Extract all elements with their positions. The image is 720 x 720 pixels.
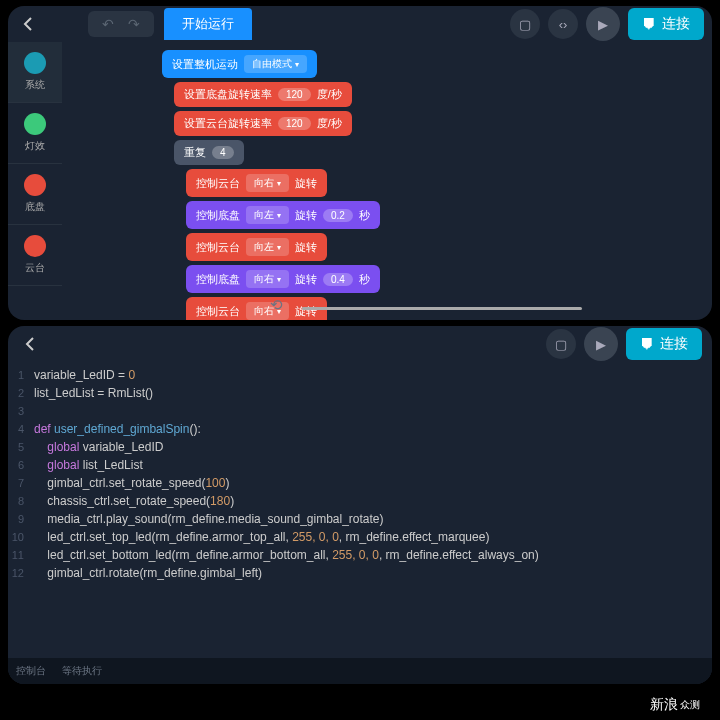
undo-icon[interactable]: ↶ xyxy=(102,16,114,32)
start-run-button[interactable]: 开始运行 xyxy=(164,8,252,40)
screen-icon-code[interactable]: ▢ xyxy=(546,329,576,359)
horizontal-scrollbar[interactable] xyxy=(302,307,582,310)
category-sidebar: 系统 灯效 底盘 云台 xyxy=(8,42,62,320)
code-area[interactable]: 1variable_LedID = 02list_LedList = RmLis… xyxy=(8,362,712,658)
robot-icon: ⛊ xyxy=(642,16,656,32)
mode-dropdown[interactable]: 自由模式 xyxy=(244,55,307,73)
block-chassis-right-04[interactable]: 控制底盘向右旋转0.4秒 xyxy=(186,265,380,293)
top-toolbar: ↶ ↷ 开始运行 ▢ ‹› ▶ ⛊连接 xyxy=(8,6,712,42)
redo-icon[interactable]: ↷ xyxy=(128,16,140,32)
connect-button-code[interactable]: ⛊连接 xyxy=(626,328,702,360)
sidebar-item-chassis[interactable]: 底盘 xyxy=(8,164,62,225)
undo-redo-group: ↶ ↷ xyxy=(88,11,154,37)
chassis-icon xyxy=(24,174,46,196)
loop-icon: ⟲ xyxy=(270,296,283,314)
block-chassis-speed[interactable]: 设置底盘旋转速率120度/秒 xyxy=(174,82,352,107)
block-repeat[interactable]: 重复4 xyxy=(174,140,244,165)
code-view-icon[interactable]: ‹› xyxy=(548,9,578,39)
blocks-editor-panel: ↶ ↷ 开始运行 ▢ ‹› ▶ ⛊连接 系统 灯效 底盘 云台 设置整机运动自由… xyxy=(8,6,712,320)
system-icon xyxy=(24,52,46,74)
block-gimbal-right[interactable]: 控制云台向右旋转 xyxy=(186,169,327,197)
block-gimbal-speed[interactable]: 设置云台旋转速率120度/秒 xyxy=(174,111,352,136)
sidebar-item-gimbal[interactable]: 云台 xyxy=(8,225,62,286)
watermark: 新浪众测 xyxy=(650,696,700,714)
block-set-robot-mode[interactable]: 设置整机运动自由模式 xyxy=(162,50,317,78)
light-icon xyxy=(24,113,46,135)
robot-icon: ⛊ xyxy=(640,336,654,352)
connect-button[interactable]: ⛊连接 xyxy=(628,8,704,40)
status-bar: 控制台 等待执行 xyxy=(8,658,712,684)
code-toolbar: ▢ ▶ ⛊连接 xyxy=(8,326,712,362)
sidebar-item-light[interactable]: 灯效 xyxy=(8,103,62,164)
play-icon-code[interactable]: ▶ xyxy=(584,327,618,361)
back-button-code[interactable] xyxy=(18,332,42,356)
waiting-label: 等待执行 xyxy=(62,664,102,678)
code-editor-panel: ▢ ▶ ⛊连接 1variable_LedID = 02list_LedList… xyxy=(8,326,712,684)
block-chassis-left-02[interactable]: 控制底盘向左旋转0.2秒 xyxy=(186,201,380,229)
screen-icon[interactable]: ▢ xyxy=(510,9,540,39)
block-gimbal-left[interactable]: 控制云台向左旋转 xyxy=(186,233,327,261)
back-button[interactable] xyxy=(16,12,40,36)
blocks-canvas[interactable]: 设置整机运动自由模式 设置底盘旋转速率120度/秒 设置云台旋转速率120度/秒… xyxy=(62,42,712,320)
play-icon[interactable]: ▶ xyxy=(586,7,620,41)
gimbal-icon xyxy=(24,235,46,257)
sidebar-item-system[interactable]: 系统 xyxy=(8,42,62,103)
console-label[interactable]: 控制台 xyxy=(16,664,46,678)
